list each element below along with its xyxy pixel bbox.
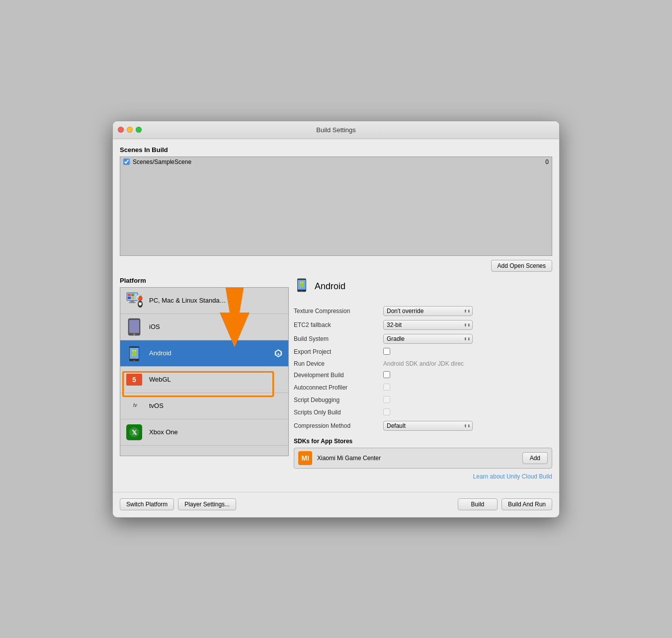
- ios-icon: [125, 318, 143, 336]
- script-debugging-label: Script Debugging: [294, 394, 383, 406]
- svg-text:tv: tv: [133, 402, 138, 408]
- script-debugging-row: Script Debugging: [294, 394, 552, 406]
- scene-checkbox[interactable]: [123, 159, 130, 165]
- run-device-label: Run Device: [294, 358, 383, 369]
- add-open-scenes-button[interactable]: Add Open Scenes: [491, 260, 552, 272]
- minimize-button[interactable]: [127, 127, 133, 133]
- scripts-only-build-row: Scripts Only Build: [294, 406, 552, 419]
- platform-item-android[interactable]: Android ▲: [120, 340, 288, 367]
- texture-compression-label: Texture Compression: [294, 304, 383, 318]
- platform-item-pc[interactable]: 🍎 PC, Mac & Linux Standa…: [120, 288, 288, 314]
- platform-item-xboxone[interactable]: 𝕏 Xbox One: [120, 419, 288, 446]
- texture-compression-select[interactable]: Don't override DXT PVRTC ATC ETC ETC2 AS…: [383, 306, 473, 316]
- build-system-row: Build System Gradle Internal ADT (legacy…: [294, 332, 552, 346]
- platform-item-psvita[interactable]: PS Vita: [120, 446, 288, 456]
- webgl-icon: 5: [125, 371, 143, 389]
- svg-point-22: [133, 350, 134, 351]
- svg-point-47: [302, 282, 303, 283]
- svg-text:▲: ▲: [276, 351, 280, 355]
- android-settings-table: Texture Compression Don't override DXT P…: [294, 304, 552, 433]
- window-title: Build Settings: [316, 126, 356, 134]
- platform-name-pc: PC, Mac & Linux Standa…: [149, 297, 226, 304]
- window-controls: [118, 127, 142, 133]
- sdk-section: SDKs for App Stores MI Xiaomi Mi Game Ce…: [294, 438, 552, 469]
- bottom-left-buttons: Switch Platform Player Settings...: [120, 498, 236, 510]
- etc2-fallback-value: 32-bit 16-bit 32-bit (compressed): [383, 318, 552, 332]
- script-debugging-checkbox[interactable]: [383, 396, 390, 403]
- titlebar: Build Settings: [113, 121, 559, 139]
- svg-point-45: [300, 281, 304, 284]
- scripts-only-build-checkbox[interactable]: [383, 408, 390, 415]
- bottom-right-buttons: Build Build And Run: [458, 498, 552, 510]
- run-device-value: Android SDK and/or JDK direc: [383, 358, 552, 369]
- android-icon: [125, 344, 143, 362]
- main-section: Platform: [120, 277, 552, 480]
- sdk-section-label: SDKs for App Stores: [294, 438, 552, 445]
- switch-platform-button[interactable]: Switch Platform: [120, 498, 174, 510]
- compression-method-dropdown-wrapper: Default LZ4 LZ4HC: [383, 421, 473, 431]
- export-project-value: [383, 346, 552, 358]
- bottom-bar: Switch Platform Player Settings... Build…: [113, 492, 559, 517]
- unity-badge-android: ▲: [273, 348, 283, 358]
- build-button[interactable]: Build: [458, 498, 498, 510]
- export-project-row: Export Project: [294, 346, 552, 358]
- platform-name-webgl: WebGL: [149, 376, 171, 383]
- run-device-row: Run Device Android SDK and/or JDK direc: [294, 358, 552, 369]
- etc2-fallback-select[interactable]: 32-bit 16-bit 32-bit (compressed): [383, 320, 473, 330]
- svg-point-17: [133, 333, 135, 335]
- scene-name: Scenes/SampleScene: [133, 159, 545, 165]
- scripts-only-build-value: [383, 406, 552, 419]
- texture-compression-dropdown-wrapper: Don't override DXT PVRTC ATC ETC ETC2 AS…: [383, 306, 473, 316]
- svg-point-21: [132, 349, 137, 353]
- maximize-button[interactable]: [136, 127, 142, 133]
- development-build-checkbox[interactable]: [383, 371, 390, 378]
- platform-item-tvos[interactable]: tv tvOS: [120, 393, 288, 419]
- psvita-icon: [125, 450, 143, 456]
- platform-name-psvita: PS Vita: [149, 455, 170, 456]
- compression-method-label: Compression Method: [294, 419, 383, 433]
- texture-compression-value: Don't override DXT PVRTC ATC ETC ETC2 AS…: [383, 304, 552, 318]
- autoconnect-profiler-value: [383, 382, 552, 394]
- pc-icon: 🍎: [125, 292, 143, 310]
- sdk-item-name: Xiaomi Mi Game Center: [317, 455, 517, 462]
- sdk-item-xiaomi: MI Xiaomi Mi Game Center Add: [294, 448, 552, 469]
- autoconnect-profiler-checkbox[interactable]: [383, 384, 390, 391]
- svg-point-12: [139, 302, 142, 306]
- add-open-scenes-row: Add Open Scenes: [120, 260, 552, 272]
- platform-list[interactable]: 🍎 PC, Mac & Linux Standa…: [120, 288, 288, 456]
- svg-rect-5: [128, 294, 131, 296]
- development-build-value: [383, 369, 552, 382]
- platform-item-ios[interactable]: iOS: [120, 314, 288, 340]
- export-project-label: Export Project: [294, 346, 383, 358]
- xiaomi-logo: MI: [298, 451, 312, 465]
- sdk-add-button[interactable]: Add: [522, 452, 548, 464]
- svg-point-14: [140, 302, 141, 303]
- build-system-select[interactable]: Gradle Internal ADT (legacy): [383, 334, 473, 344]
- xboxone-icon: 𝕏: [125, 423, 143, 441]
- svg-rect-3: [130, 301, 134, 302]
- cloud-build-link[interactable]: Learn about Unity Cloud Build: [473, 473, 552, 480]
- svg-point-23: [135, 350, 136, 351]
- tvos-icon: tv: [125, 397, 143, 415]
- platform-name-ios: iOS: [149, 323, 160, 330]
- build-system-dropdown-wrapper: Gradle Internal ADT (legacy): [383, 334, 473, 344]
- compression-method-select[interactable]: Default LZ4 LZ4HC: [383, 421, 473, 431]
- player-settings-button[interactable]: Player Settings...: [178, 498, 236, 510]
- script-debugging-value: [383, 394, 552, 406]
- svg-text:5: 5: [132, 376, 136, 384]
- build-and-run-button[interactable]: Build And Run: [502, 498, 552, 510]
- svg-rect-7: [128, 297, 131, 299]
- android-title: Android: [315, 281, 345, 292]
- svg-rect-16: [129, 320, 139, 333]
- platform-name-xboxone: Xbox One: [149, 428, 178, 436]
- platform-name-tvos: tvOS: [149, 402, 164, 409]
- close-button[interactable]: [118, 127, 124, 133]
- android-header: Android: [294, 277, 552, 296]
- build-system-label: Build System: [294, 332, 383, 346]
- svg-rect-6: [131, 294, 134, 296]
- export-project-checkbox[interactable]: [383, 348, 390, 355]
- svg-point-13: [139, 302, 140, 303]
- scene-row: Scenes/SampleScene 0: [120, 157, 552, 167]
- etc2-fallback-label: ETC2 fallback: [294, 318, 383, 332]
- platform-item-webgl[interactable]: 5 WebGL: [120, 367, 288, 393]
